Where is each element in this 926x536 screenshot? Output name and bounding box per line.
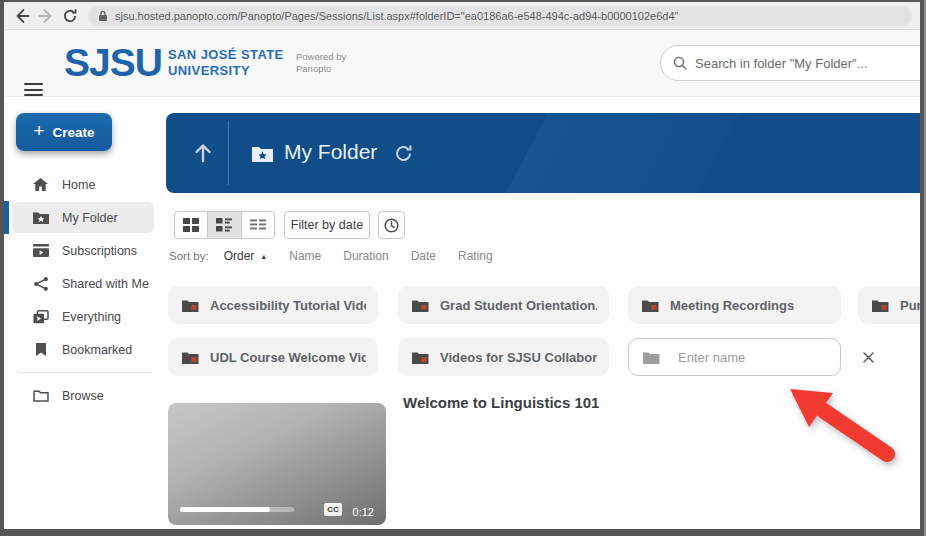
- folder-banner: My Folder: [166, 113, 920, 193]
- sidebar-item-shared-with-me[interactable]: Shared with Me: [4, 267, 166, 300]
- folder-icon: [642, 299, 659, 312]
- share-icon: [32, 277, 49, 291]
- thumb-list-view-icon[interactable]: [207, 212, 241, 238]
- sidebar-item-my-folder[interactable]: My Folder: [4, 201, 166, 234]
- everything-icon: [32, 310, 49, 324]
- video-progress-bar: [180, 507, 294, 512]
- folder-title: My Folder: [284, 140, 377, 164]
- folder-tile[interactable]: Meeting Recordings: [628, 286, 841, 324]
- sort-option-order[interactable]: Order: [224, 249, 255, 263]
- folder-tile[interactable]: Accessibility Tutorial Vide...: [168, 286, 378, 324]
- clock-icon[interactable]: [378, 211, 405, 239]
- app-header: SJSU SAN JOSÉ STATE UNIVERSITY Powered b…: [4, 30, 920, 97]
- browser-window: sjsu.hosted.panopto.com/Panopto/Pages/Se…: [4, 2, 920, 529]
- folder-tile[interactable]: UDL Course Welcome Vid...: [168, 338, 378, 376]
- sidebar: + Create Home My Folder Subscriptions: [4, 97, 166, 529]
- folder-icon: [412, 299, 429, 312]
- hamburger-menu-icon[interactable]: [24, 83, 43, 97]
- banner-divider: [228, 121, 229, 185]
- sidebar-item-home[interactable]: Home: [4, 168, 166, 201]
- video-progress-fill: [180, 507, 270, 512]
- browser-toolbar: sjsu.hosted.panopto.com/Panopto/Pages/Se…: [4, 2, 920, 30]
- search-icon: [673, 56, 687, 70]
- sort-option-rating[interactable]: Rating: [458, 249, 493, 263]
- sort-row: Sort by: Order ▲ Name Duration Date Rati…: [169, 249, 515, 263]
- lock-icon: [98, 10, 108, 22]
- folder-icon: [412, 351, 429, 364]
- powered-by-panopto: Powered by Panopto: [296, 51, 346, 74]
- sidebar-divider: [18, 372, 152, 373]
- university-name: SAN JOSÉ STATE UNIVERSITY: [168, 47, 284, 79]
- reload-icon[interactable]: [62, 8, 78, 24]
- sidebar-item-browse[interactable]: Browse: [4, 379, 166, 412]
- back-icon[interactable]: [14, 8, 30, 24]
- sidebar-item-subscriptions[interactable]: Subscriptions: [4, 234, 166, 267]
- search-input[interactable]: [695, 56, 905, 71]
- annotation-arrow: [784, 384, 902, 472]
- url-text: sjsu.hosted.panopto.com/Panopto/Pages/Se…: [115, 10, 678, 22]
- folder-star-icon: [32, 211, 49, 224]
- sort-option-name[interactable]: Name: [289, 249, 321, 263]
- folder-icon: [872, 299, 889, 312]
- detail-list-view-icon[interactable]: [242, 212, 274, 238]
- new-folder-name-input[interactable]: [678, 350, 854, 365]
- closed-captions-badge: CC: [324, 503, 342, 516]
- address-bar[interactable]: sjsu.hosted.panopto.com/Panopto/Pages/Se…: [88, 6, 912, 26]
- video-title[interactable]: Welcome to Linguistics 101: [403, 394, 599, 411]
- create-button[interactable]: + Create: [16, 113, 112, 151]
- search-box[interactable]: [660, 45, 920, 81]
- up-arrow-icon[interactable]: [190, 140, 216, 170]
- sort-option-date[interactable]: Date: [411, 249, 436, 263]
- new-folder-name-field[interactable]: [628, 338, 841, 376]
- view-switcher: [174, 211, 275, 239]
- browse-folder-icon: [32, 390, 49, 402]
- plus-icon: +: [33, 120, 44, 142]
- screenshot-frame: sjsu.hosted.panopto.com/Panopto/Pages/Se…: [0, 0, 926, 536]
- folder-icon: [182, 299, 199, 312]
- folder-tile[interactable]: Grad Student Orientation...: [398, 286, 609, 324]
- sort-by-label: Sort by:: [169, 250, 209, 262]
- folder-star-icon: [252, 145, 273, 166]
- refresh-icon[interactable]: [394, 144, 413, 167]
- bookmark-icon: [32, 343, 49, 356]
- folder-icon: [182, 351, 199, 364]
- close-icon[interactable]: [863, 352, 874, 363]
- forward-icon[interactable]: [38, 8, 54, 24]
- sjsu-logo: SJSU: [64, 41, 162, 85]
- folder-tile[interactable]: Purp...: [858, 286, 920, 324]
- sidebar-item-everything[interactable]: Everything: [4, 300, 166, 333]
- sort-ascending-icon: ▲: [260, 253, 267, 260]
- home-icon: [32, 178, 49, 191]
- folder-icon: [643, 351, 660, 364]
- subscriptions-icon: [32, 244, 49, 257]
- filter-by-date-button[interactable]: Filter by date: [284, 211, 370, 239]
- grid-view-icon[interactable]: [175, 212, 207, 238]
- sort-option-duration[interactable]: Duration: [343, 249, 388, 263]
- folder-tile[interactable]: Videos for SJSU Collabor...: [398, 338, 609, 376]
- video-duration: 0:12: [353, 506, 374, 518]
- sidebar-item-bookmarked[interactable]: Bookmarked: [4, 333, 166, 366]
- video-thumbnail[interactable]: CC 0:12: [168, 403, 386, 525]
